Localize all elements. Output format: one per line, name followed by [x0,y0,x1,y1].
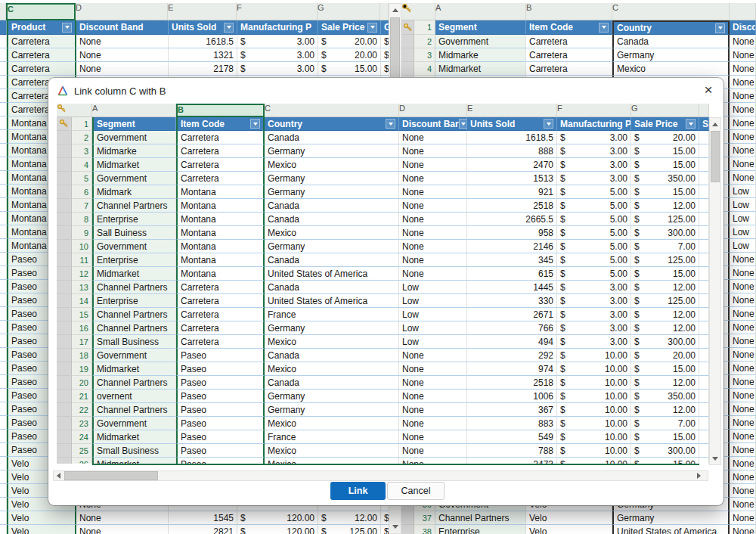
cell-discount-sliver[interactable]: None [730,293,756,307]
cell-country[interactable]: Germany [612,511,730,525]
scroll-right-button[interactable] [694,471,703,480]
cell-discount-band[interactable]: None [399,444,467,458]
filter-dropdown-icon[interactable] [250,119,260,129]
cell-discount-sliver[interactable]: None [730,157,756,171]
cell-product[interactable]: Carretera [7,62,76,76]
cell-country[interactable]: United States of America [265,294,399,308]
row-number[interactable]: 2 [72,131,92,144]
cell-units-sold[interactable]: 330 [467,294,557,308]
cell-sale-price[interactable]: $15.00 [318,62,381,76]
row-number[interactable]: 18 [72,349,92,362]
cell-discount-sliver[interactable]: None [730,89,756,103]
cell-country[interactable]: Mexico [265,335,399,349]
cell-item-code[interactable]: Montana [176,213,265,226]
cell-manufacturing-price[interactable]: $10.00 [557,444,631,458]
cell-discount-sliver[interactable]: Low [730,225,756,239]
cell-sliver[interactable] [0,498,7,511]
cell-units-sold[interactable]: 766 [467,321,557,335]
row-number[interactable]: 11 [72,253,92,267]
header-item-code[interactable]: Item Code [526,20,612,35]
cell-discount-sliver[interactable]: None [730,266,756,280]
cell-sliver[interactable] [0,253,7,266]
cell-sliver[interactable] [0,239,7,253]
cell-country[interactable]: Canada [265,213,399,226]
cell-segment[interactable]: Midmarke [92,144,176,158]
cell-discount-band[interactable]: None [76,62,169,76]
cell-item-code[interactable]: Paseo [176,349,265,362]
cell-units-sold[interactable]: 615 [467,267,557,281]
filter-dropdown-icon[interactable] [686,119,696,129]
filter-dropdown-icon[interactable] [715,23,725,33]
cell-sale-price[interactable]: $15.00 [631,362,699,376]
cell-item-code[interactable]: Paseo [176,458,265,464]
row-number[interactable]: 14 [72,294,92,308]
cell-item-code[interactable]: Paseo [176,376,265,390]
cell-units-sold[interactable]: 883 [467,417,557,430]
cell-country[interactable]: Germany [265,185,399,199]
cell-country[interactable]: Germany [265,240,399,253]
row-number[interactable]: 3 [72,144,92,158]
cell-discount-band[interactable]: None [76,35,169,48]
column-letter-sliver[interactable] [0,3,6,20]
cell-units-sold[interactable]: 292 [467,349,557,362]
cell-units-sold[interactable]: 2473 [467,458,557,464]
cell-discount-sliver[interactable]: Low [730,198,756,212]
header-manufacturing-price[interactable]: Manufacturing P [237,20,318,35]
row-number[interactable]: 25 [72,444,92,458]
cell-discount-sliver[interactable]: None [730,334,756,348]
cell-segment[interactable]: Government [92,131,176,144]
cell-extra-sliver[interactable] [699,267,709,281]
row-number[interactable]: 1 [72,117,92,131]
cell-segment[interactable]: Midmarket [92,158,176,172]
cell-segment[interactable]: Enterprise [92,213,176,226]
cell-discount-sliver[interactable]: None [730,375,756,389]
cell-country[interactable]: Mexico [265,362,399,376]
cell-units-sold[interactable]: 1618.5 [169,35,237,48]
cell-discount-sliver[interactable]: None [730,348,756,362]
cell-product[interactable]: Velo [7,511,76,525]
cell-units-sold[interactable]: 2518 [467,199,557,213]
cell-extra-sliver[interactable] [699,403,709,417]
cell-manufacturing-price[interactable]: $10.00 [557,376,631,390]
cell-units-sold[interactable]: 2821 [169,525,237,534]
row-number[interactable]: 9 [72,226,92,240]
cell-segment[interactable]: Small Business [92,444,176,458]
cell-manufacturing-price[interactable]: $120.00 [237,511,318,525]
cell-segment[interactable]: Small Business [92,335,176,349]
scroll-up-button[interactable] [710,119,720,129]
cell-discount-sliver[interactable]: None [730,35,756,48]
cell-item-code[interactable]: Montana [176,199,265,213]
row-number[interactable]: 37 [414,511,435,525]
cell-sale-price[interactable]: $15.00 [631,430,699,444]
header-segment[interactable]: Segment [92,117,176,131]
cell-discount-band[interactable]: None [399,417,467,430]
cell-manufacturing-price[interactable]: $5.00 [557,213,631,226]
cell-extra-sliver[interactable] [699,376,709,390]
filter-dropdown-icon[interactable] [62,23,72,33]
cell-sale-price[interactable]: $20.00 [318,35,381,48]
cell-manufacturing-price[interactable]: $3.00 [557,281,631,294]
cell-segment[interactable]: Sall Buiness [92,226,176,240]
column-letter-B[interactable]: B [526,3,612,20]
cell-discount-sliver[interactable]: None [730,116,756,130]
cell-units-sold[interactable]: 549 [467,430,557,444]
cell-item-code[interactable]: Paseo [176,430,265,444]
column-letter-B[interactable]: B [176,104,265,117]
cell-discount-sliver[interactable]: None [730,430,756,443]
cell-sliver[interactable] [0,457,7,470]
cell-manufacturing-price[interactable]: $5.00 [557,267,631,281]
cell-sliver[interactable] [0,307,7,321]
cell-discount-band[interactable]: Low [399,335,467,349]
cell-segment[interactable]: Enterprise [92,294,176,308]
cell-segment[interactable]: Government [92,240,176,253]
column-letter-D[interactable]: D [76,3,168,20]
cell-sliver[interactable] [0,35,7,48]
column-letter-F[interactable]: F [237,3,318,20]
cell-sliver[interactable] [0,130,7,144]
cell-country[interactable]: Germany [265,172,399,185]
cell-segment[interactable]: Government [92,172,176,185]
cell-discount-band[interactable]: None [399,199,467,213]
cell-sliver[interactable] [0,48,7,62]
cell-segment[interactable]: Midmarket [92,430,176,444]
column-letter-A[interactable]: A [92,104,176,117]
